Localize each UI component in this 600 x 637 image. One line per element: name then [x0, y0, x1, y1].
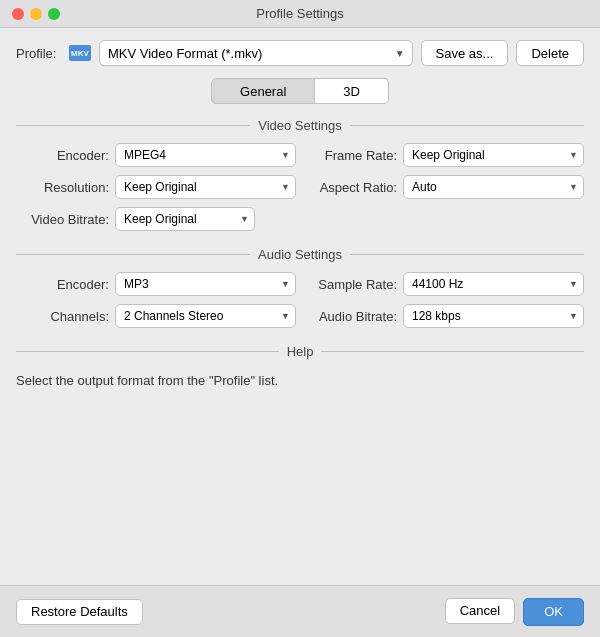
help-section-header: Help: [16, 344, 584, 359]
sample-rate-field-row: Sample Rate: 44100 Hz ▼: [312, 272, 584, 296]
channels-label: Channels:: [24, 309, 109, 324]
audio-encoder-select[interactable]: MP3: [115, 272, 296, 296]
audio-section-line-left: [16, 254, 250, 255]
audio-bitrate-label: Audio Bitrate:: [312, 309, 397, 324]
audio-bitrate-field-row: Audio Bitrate: 128 kbps ▼: [312, 304, 584, 328]
aspect-ratio-select[interactable]: Auto: [403, 175, 584, 199]
window-title: Profile Settings: [256, 6, 343, 21]
aspect-ratio-label: Aspect Ratio:: [312, 180, 397, 195]
audio-bitrate-select[interactable]: 128 kbps: [403, 304, 584, 328]
minimize-button[interactable]: [30, 8, 42, 20]
bottom-right-buttons: Cancel OK: [445, 598, 584, 626]
help-section-line-left: [16, 351, 279, 352]
sample-rate-label: Sample Rate:: [312, 277, 397, 292]
window-controls[interactable]: [12, 8, 60, 20]
main-content: Profile: MKV MKV Video Format (*.mkv) ▼ …: [0, 28, 600, 585]
tab-3d[interactable]: 3D: [315, 78, 389, 104]
frame-rate-label: Frame Rate:: [312, 148, 397, 163]
section-line-right: [350, 125, 584, 126]
bottom-bar: Restore Defaults Cancel OK: [0, 585, 600, 637]
ok-button[interactable]: OK: [523, 598, 584, 626]
help-section: Help Select the output format from the "…: [16, 344, 584, 392]
video-bitrate-row: Video Bitrate: Keep Original ▼: [16, 207, 584, 231]
encoder-label: Encoder:: [24, 148, 109, 163]
video-bitrate-label: Video Bitrate:: [24, 212, 109, 227]
save-as-button[interactable]: Save as...: [421, 40, 509, 66]
video-settings-section: Video Settings Encoder: MPEG4 ▼ Frame Ra…: [16, 118, 584, 231]
profile-row: Profile: MKV MKV Video Format (*.mkv) ▼ …: [16, 40, 584, 66]
resolution-select-wrapper[interactable]: Keep Original ▼: [115, 175, 296, 199]
profile-select-wrapper[interactable]: MKV Video Format (*.mkv) ▼: [99, 40, 413, 66]
title-bar: Profile Settings: [0, 0, 600, 28]
audio-fields-grid: Encoder: MP3 ▼ Sample Rate: 44100 Hz ▼: [16, 272, 584, 328]
audio-section-line-right: [350, 254, 584, 255]
frame-rate-select[interactable]: Keep Original: [403, 143, 584, 167]
aspect-ratio-select-wrapper[interactable]: Auto ▼: [403, 175, 584, 199]
audio-settings-title: Audio Settings: [258, 247, 342, 262]
audio-encoder-select-wrapper[interactable]: MP3 ▼: [115, 272, 296, 296]
video-bitrate-select[interactable]: Keep Original: [115, 207, 255, 231]
help-text: Select the output format from the "Profi…: [16, 369, 584, 392]
channels-select[interactable]: 2 Channels Stereo: [115, 304, 296, 328]
resolution-select[interactable]: Keep Original: [115, 175, 296, 199]
close-button[interactable]: [12, 8, 24, 20]
encoder-select-wrapper[interactable]: MPEG4 ▼: [115, 143, 296, 167]
encoder-field-row: Encoder: MPEG4 ▼: [24, 143, 296, 167]
delete-button[interactable]: Delete: [516, 40, 584, 66]
frame-rate-select-wrapper[interactable]: Keep Original ▼: [403, 143, 584, 167]
encoder-select[interactable]: MPEG4: [115, 143, 296, 167]
channels-select-wrapper[interactable]: 2 Channels Stereo ▼: [115, 304, 296, 328]
channels-field-row: Channels: 2 Channels Stereo ▼: [24, 304, 296, 328]
section-line-left: [16, 125, 250, 126]
cancel-button[interactable]: Cancel: [445, 598, 515, 624]
aspect-ratio-field-row: Aspect Ratio: Auto ▼: [312, 175, 584, 199]
sample-rate-select-wrapper[interactable]: 44100 Hz ▼: [403, 272, 584, 296]
profile-select[interactable]: MKV Video Format (*.mkv): [99, 40, 413, 66]
resolution-field-row: Resolution: Keep Original ▼: [24, 175, 296, 199]
video-bitrate-select-wrapper[interactable]: Keep Original ▼: [115, 207, 255, 231]
video-settings-header: Video Settings: [16, 118, 584, 133]
video-fields-grid: Encoder: MPEG4 ▼ Frame Rate: Keep Origin…: [16, 143, 584, 199]
help-title: Help: [287, 344, 314, 359]
tabs-row: General 3D: [16, 78, 584, 104]
frame-rate-field-row: Frame Rate: Keep Original ▼: [312, 143, 584, 167]
resolution-label: Resolution:: [24, 180, 109, 195]
video-settings-title: Video Settings: [258, 118, 342, 133]
maximize-button[interactable]: [48, 8, 60, 20]
audio-bitrate-select-wrapper[interactable]: 128 kbps ▼: [403, 304, 584, 328]
tab-general[interactable]: General: [211, 78, 315, 104]
sample-rate-select[interactable]: 44100 Hz: [403, 272, 584, 296]
profile-label: Profile:: [16, 46, 61, 61]
help-section-line-right: [321, 351, 584, 352]
audio-encoder-label: Encoder:: [24, 277, 109, 292]
audio-settings-header: Audio Settings: [16, 247, 584, 262]
audio-settings-section: Audio Settings Encoder: MP3 ▼ Sample Rat…: [16, 247, 584, 328]
mkv-icon: MKV: [69, 45, 91, 61]
restore-defaults-button[interactable]: Restore Defaults: [16, 599, 143, 625]
audio-encoder-field-row: Encoder: MP3 ▼: [24, 272, 296, 296]
